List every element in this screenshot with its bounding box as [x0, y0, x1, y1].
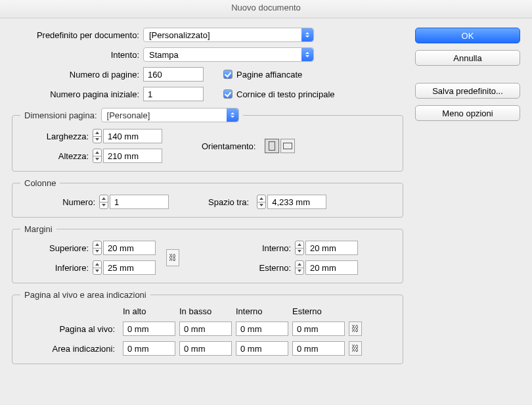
slug-inside-input[interactable]: 0 mm — [236, 341, 288, 356]
margin-bottom-input[interactable]: 25 mm — [103, 260, 156, 275]
orientation-portrait-button[interactable] — [265, 139, 279, 153]
orientation-landscape-button[interactable] — [280, 139, 295, 153]
label-facing-pages: Pagine affiancate — [236, 70, 302, 80]
label-intent: Intento: — [12, 50, 143, 60]
slug-bottom-input[interactable]: 0 mm — [179, 341, 232, 356]
col-header-bottom: In basso — [179, 306, 232, 316]
label-bleed-row: Pagina al vivo: — [20, 324, 119, 334]
col-header-top: In alto — [123, 306, 175, 316]
slug-top-input[interactable]: 0 mm — [123, 341, 175, 356]
chevron-updown-icon — [301, 48, 313, 61]
label-preset: Predefinito per documento: — [12, 30, 143, 40]
label-width: Larghezza: — [20, 131, 93, 141]
margin-outside-input[interactable]: 20 mm — [305, 260, 358, 275]
preset-select[interactable]: [Personalizzato] — [143, 28, 314, 42]
chevron-updown-icon — [301, 28, 313, 41]
height-input[interactable]: 210 mm — [103, 149, 162, 163]
label-gutter: Spazio tra: — [208, 197, 253, 207]
bleed-bottom-input[interactable]: 0 mm — [179, 322, 232, 336]
page-size-group: Dimensioni pagina: [Personale] Larghezza… — [12, 108, 403, 172]
portrait-icon — [269, 141, 275, 151]
page-size-select[interactable]: [Personale] — [101, 108, 239, 122]
label-margin-top: Superiore: — [20, 243, 93, 253]
margins-group: Margini Superiore: 20 mm Inferiore: 25 m… — [12, 224, 403, 283]
link-slug-icon[interactable]: ⛓ — [349, 341, 362, 356]
label-page-size: Dimensioni pagina: — [24, 110, 97, 120]
preset-value: [Personalizzato] — [149, 30, 210, 40]
chevron-updown-icon — [227, 108, 238, 122]
slug-outside-input[interactable]: 0 mm — [292, 341, 345, 356]
label-num-pages: Numero di pagine: — [12, 70, 143, 80]
width-stepper[interactable] — [93, 129, 102, 143]
cancel-button[interactable]: Annulla — [415, 50, 520, 66]
primary-frame-checkbox[interactable] — [223, 89, 233, 99]
col-header-outside: Esterno — [292, 306, 345, 316]
ok-button[interactable]: OK — [415, 28, 520, 43]
margin-top-input[interactable]: 20 mm — [103, 241, 156, 255]
label-start-page: Numero pagina iniziale: — [12, 89, 143, 99]
columns-group: Colonne Numero: 1 Spazio tra: 4,233 mm — [12, 178, 403, 218]
gutter-stepper[interactable] — [257, 195, 266, 209]
margins-legend: Margini — [20, 224, 56, 234]
columns-legend: Colonne — [20, 178, 60, 188]
label-height: Altezza: — [20, 151, 93, 161]
save-preset-button[interactable]: Salva predefinito... — [415, 83, 520, 99]
margin-inside-input[interactable]: 20 mm — [305, 241, 358, 255]
facing-pages-checkbox[interactable] — [223, 70, 233, 79]
bleed-outside-input[interactable]: 0 mm — [292, 322, 345, 336]
fewer-options-button[interactable]: Meno opzioni — [415, 105, 520, 121]
label-col-number: Numero: — [20, 197, 99, 207]
landscape-icon — [283, 143, 292, 149]
gutter-input[interactable]: 4,233 mm — [267, 195, 326, 209]
margin-outside-stepper[interactable] — [295, 260, 304, 275]
col-number-input[interactable]: 1 — [110, 195, 169, 209]
margin-top-stepper[interactable] — [93, 241, 102, 255]
margin-bottom-stepper[interactable] — [93, 260, 102, 275]
label-margin-outside: Esterno: — [242, 263, 295, 273]
width-input[interactable]: 140 mm — [103, 129, 162, 143]
label-primary-frame: Cornice di testo principale — [236, 89, 335, 99]
bleed-top-input[interactable]: 0 mm — [123, 322, 175, 336]
bleed-legend: Pagina al vivo e area indicazioni — [20, 290, 150, 300]
col-number-stepper[interactable] — [99, 195, 108, 209]
start-page-input[interactable]: 1 — [143, 87, 204, 101]
label-margin-inside: Interno: — [242, 243, 295, 253]
num-pages-input[interactable]: 160 — [143, 67, 204, 82]
height-stepper[interactable] — [93, 149, 102, 163]
link-bleed-icon[interactable]: ⛓ — [349, 322, 362, 336]
bleed-inside-input[interactable]: 0 mm — [236, 322, 288, 336]
intent-select[interactable]: Stampa — [143, 47, 314, 62]
margin-inside-stepper[interactable] — [295, 241, 304, 255]
label-slug-row: Area indicazioni: — [20, 344, 119, 354]
label-orientation: Orientamento: — [202, 141, 259, 151]
bleed-slug-group: Pagina al vivo e area indicazioni In alt… — [12, 290, 403, 364]
window-title: Nuovo documento — [0, 0, 532, 18]
label-margin-bottom: Inferiore: — [20, 263, 93, 273]
page-size-value: [Personale] — [107, 110, 150, 120]
link-margins-icon[interactable]: ⛓ — [166, 249, 179, 266]
intent-value: Stampa — [149, 50, 179, 60]
col-header-inside: Interno — [236, 306, 288, 316]
